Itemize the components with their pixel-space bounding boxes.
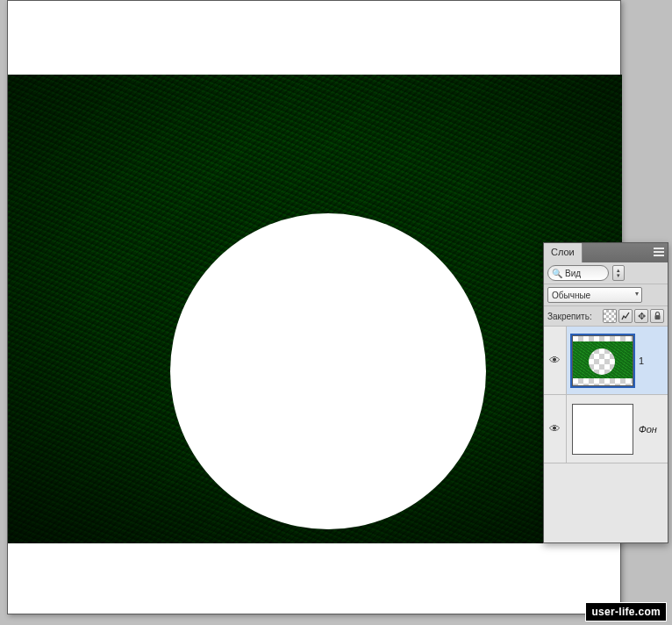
image-content-grass: [8, 75, 622, 543]
image-content-circle-cutout: [170, 213, 486, 529]
visibility-toggle[interactable]: 👁: [544, 327, 567, 394]
layer-name-label: 1: [639, 356, 644, 366]
layer-item[interactable]: 👁 1: [544, 327, 668, 395]
panel-menu-button[interactable]: [652, 245, 666, 259]
lock-label: Закрепить:: [547, 312, 592, 321]
panel-bottom-space: [544, 463, 668, 542]
tab-layers[interactable]: Слои: [544, 243, 583, 262]
layers-panel: Слои 🔍 Вид Обычные Закрепить: ✥: [543, 242, 668, 543]
panel-tabbar: Слои: [544, 243, 668, 262]
brush-icon[interactable]: [618, 309, 633, 323]
visibility-toggle[interactable]: 👁: [544, 395, 567, 463]
eye-icon: 👁: [549, 422, 561, 435]
filter-type-label: Вид: [565, 269, 581, 278]
blend-mode-row: Обычные: [544, 284, 668, 306]
layer-name-label: Фон: [639, 424, 657, 435]
layer-thumbnail[interactable]: [572, 404, 633, 455]
layers-list: 👁 1 👁 Фон: [544, 327, 668, 463]
layer-filter-row: 🔍 Вид: [544, 262, 668, 284]
svg-rect-2: [654, 255, 664, 256]
document-canvas[interactable]: [7, 0, 621, 614]
layer-item[interactable]: 👁 Фон: [544, 395, 668, 463]
move-icon[interactable]: ✥: [634, 309, 648, 323]
layer-filter-type[interactable]: 🔍 Вид: [547, 265, 609, 281]
svg-rect-0: [654, 248, 664, 249]
watermark: user-life.com: [585, 602, 667, 621]
search-icon: 🔍: [552, 269, 562, 278]
lock-icon[interactable]: [650, 309, 664, 323]
filter-stepper[interactable]: [612, 265, 625, 281]
eye-icon: 👁: [549, 354, 561, 367]
svg-rect-1: [654, 251, 664, 253]
layer-thumbnail[interactable]: [572, 335, 633, 386]
blend-mode-select[interactable]: Обычные: [547, 287, 642, 303]
svg-rect-3: [654, 315, 660, 320]
lock-row: Закрепить: ✥: [544, 306, 668, 327]
transparency-lock-icon[interactable]: [603, 309, 617, 323]
